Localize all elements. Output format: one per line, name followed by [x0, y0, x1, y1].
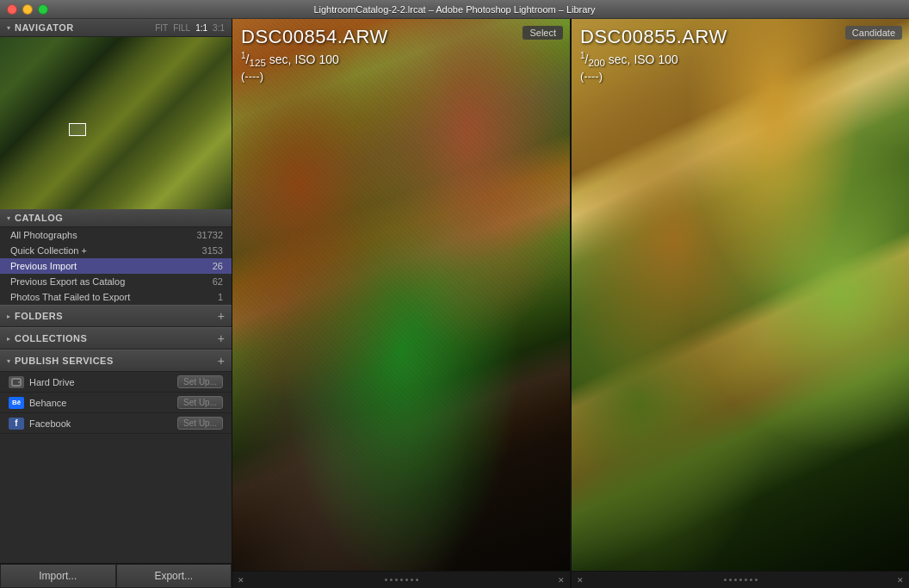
- zoom-controls[interactable]: FIT FILL 1:1 3:1: [155, 23, 225, 33]
- title-bar: LightroomCatalog-2-2.lrcat – Adobe Photo…: [0, 0, 909, 19]
- right-panel-badge: Candidate: [845, 26, 902, 40]
- behance-setup-button[interactable]: Set Up...: [177, 396, 223, 409]
- facebook-icon: f: [9, 418, 24, 430]
- filmstrip-left-close[interactable]: ✕: [238, 576, 244, 585]
- collections-header[interactable]: ▸ Collections +: [0, 327, 232, 350]
- all-photos-count: 31732: [196, 230, 223, 240]
- left-panel-badge: Select: [523, 26, 563, 40]
- navigator-zoom-box: [69, 123, 86, 136]
- import-button[interactable]: Import...: [0, 564, 116, 588]
- collections-add-button[interactable]: +: [218, 331, 225, 345]
- quick-collection-label: Quick Collection +: [10, 245, 87, 256]
- navigator-label: Navigator: [15, 22, 74, 33]
- publish-hdd-left: Hard Drive: [9, 376, 75, 388]
- navigator-section: ▾ Navigator FIT FILL 1:1 3:1: [0, 19, 232, 209]
- collections-collapse-icon: ▸: [7, 335, 10, 343]
- folders-header[interactable]: ▸ Folders +: [0, 305, 232, 327]
- navigator-header[interactable]: ▾ Navigator FIT FILL 1:1 3:1: [0, 19, 232, 37]
- window-controls[interactable]: [7, 4, 48, 15]
- facebook-label: Facebook: [29, 418, 71, 429]
- right-photo-overlay: [572, 19, 909, 571]
- filmstrip-right-close2[interactable]: ✕: [897, 576, 904, 585]
- photo-panel-right[interactable]: DSC00855.ARW 1/200 sec, ISO 100 (----) C…: [572, 19, 909, 571]
- maximize-button[interactable]: [38, 4, 48, 15]
- publish-collapse-icon: ▾: [7, 357, 10, 365]
- navigator-collapse-icon: ▾: [7, 24, 10, 32]
- folders-section: ▸ Folders +: [0, 305, 232, 327]
- zoom-fit[interactable]: FIT: [155, 23, 168, 33]
- facebook-setup-button[interactable]: Set Up...: [177, 417, 223, 430]
- close-button[interactable]: [7, 4, 17, 15]
- filmstrip-left: ✕ ✕: [232, 576, 570, 585]
- minimize-button[interactable]: [22, 4, 33, 15]
- right-shutter-den: 200: [588, 57, 604, 68]
- left-photo-filename: DSC00854.ARW: [241, 26, 388, 48]
- folders-add-button[interactable]: +: [218, 309, 225, 323]
- sidebar-bottom-buttons: Import... Export...: [0, 563, 232, 588]
- zoom-1-1[interactable]: 1:1: [195, 23, 207, 33]
- catalog-collapse-icon: ▾: [7, 214, 10, 222]
- navigator-preview: [0, 37, 232, 209]
- left-shutter-num: 1: [241, 51, 246, 60]
- window-title: LightroomCatalog-2-2.lrcat – Adobe Photo…: [313, 4, 595, 15]
- left-photo-shutter: 1/125 sec, ISO 100: [241, 51, 388, 68]
- filmstrip-left-close2[interactable]: ✕: [558, 576, 565, 585]
- catalog-header[interactable]: ▾ Catalog: [0, 209, 232, 227]
- hdd-label: Hard Drive: [29, 377, 75, 387]
- prev-export-label: Previous Export as Catalog: [10, 276, 125, 287]
- left-photo-overlay: [232, 19, 570, 571]
- publish-services-header[interactable]: ▾ Publish Services +: [0, 350, 232, 372]
- catalog-items: All Photographs 31732 Quick Collection +…: [0, 227, 232, 305]
- catalog-label: Catalog: [15, 213, 63, 223]
- catalog-prev-export[interactable]: Previous Export as Catalog 62: [0, 274, 232, 289]
- publish-services-label: Publish Services: [15, 356, 114, 366]
- collections-section: ▸ Collections +: [0, 327, 232, 350]
- publish-items: Hard Drive Set Up... Bē Behance Set Up..…: [0, 372, 232, 434]
- svg-point-2: [18, 381, 20, 383]
- filmstrip-right-close[interactable]: ✕: [577, 576, 584, 585]
- content-area: DSC00854.ARW 1/125 sec, ISO 100 (----) S…: [232, 19, 909, 588]
- zoom-fill[interactable]: FILL: [173, 23, 190, 33]
- publish-services-section: ▾ Publish Services + Hard Drive Set Up..…: [0, 350, 232, 563]
- left-photo-info: DSC00854.ARW 1/125 sec, ISO 100 (----): [241, 26, 388, 83]
- publish-facebook-left: f Facebook: [9, 418, 71, 430]
- publish-facebook[interactable]: f Facebook Set Up...: [0, 413, 232, 434]
- filmstrip: ✕ ✕ ✕: [232, 571, 909, 588]
- publish-behance-left: Bē Behance: [9, 397, 66, 409]
- filmstrip-right: ✕ ✕: [572, 576, 909, 585]
- folders-label: Folders: [15, 311, 63, 321]
- photo-panel-left[interactable]: DSC00854.ARW 1/125 sec, ISO 100 (----) S…: [232, 19, 570, 571]
- catalog-prev-import[interactable]: Previous Import 26: [0, 258, 232, 274]
- behance-label: Behance: [29, 398, 66, 408]
- publish-behance[interactable]: Bē Behance Set Up...: [0, 393, 232, 413]
- failed-export-label: Photos That Failed to Export: [10, 292, 130, 302]
- catalog-section: ▾ Catalog All Photographs 31732 Quick Co…: [0, 209, 232, 305]
- sidebar: ▾ Navigator FIT FILL 1:1 3:1 ▾: [0, 19, 232, 588]
- filmstrip-left-dots: [385, 579, 418, 581]
- right-photo-info: DSC00855.ARW 1/200 sec, ISO 100 (----): [580, 26, 727, 83]
- export-button[interactable]: Export...: [116, 564, 232, 588]
- catalog-all-photos[interactable]: All Photographs 31732: [0, 227, 232, 243]
- left-shutter-den: 125: [249, 57, 265, 68]
- hdd-icon: [9, 376, 24, 388]
- photo-panels: DSC00854.ARW 1/125 sec, ISO 100 (----) S…: [232, 19, 909, 571]
- hdd-setup-button[interactable]: Set Up...: [177, 375, 223, 388]
- zoom-3-1[interactable]: 3:1: [213, 23, 225, 33]
- filmstrip-right-dots: [724, 579, 758, 581]
- behance-icon: Bē: [9, 397, 24, 409]
- publish-add-button[interactable]: +: [218, 354, 225, 368]
- catalog-failed-export[interactable]: Photos That Failed to Export 1: [0, 289, 232, 305]
- collections-label: Collections: [15, 333, 87, 344]
- right-photo-rating: (----): [580, 70, 727, 83]
- catalog-quick-collection[interactable]: Quick Collection + 3153: [0, 243, 232, 258]
- left-iso: ISO 100: [294, 53, 338, 66]
- right-photo-shutter: 1/200 sec, ISO 100: [580, 51, 727, 68]
- publish-hard-drive[interactable]: Hard Drive Set Up...: [0, 372, 232, 393]
- right-iso: ISO 100: [634, 53, 677, 66]
- prev-import-count: 26: [213, 261, 223, 271]
- failed-export-count: 1: [218, 292, 223, 302]
- all-photos-label: All Photographs: [10, 230, 77, 240]
- quick-collection-count: 3153: [202, 245, 223, 256]
- left-photo-rating: (----): [241, 70, 388, 83]
- prev-export-count: 62: [213, 276, 223, 287]
